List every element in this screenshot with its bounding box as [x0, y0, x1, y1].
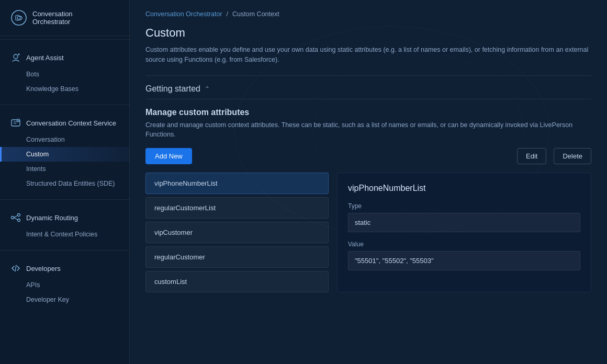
- sidebar-section-header-context[interactable]: Conversation Context Service: [0, 113, 129, 132]
- sidebar-divider: [0, 39, 129, 40]
- sidebar-item-bots[interactable]: Bots: [0, 67, 129, 82]
- getting-started-header[interactable]: Getting started ⌃: [145, 84, 591, 94]
- section-divider-1: [145, 75, 591, 76]
- agent-assist-icon: [10, 52, 21, 63]
- sidebar-item-developer-key[interactable]: Developer Key: [0, 292, 129, 307]
- sidebar-item-sde[interactable]: Structured Data Entities (SDE): [0, 176, 129, 191]
- sidebar-section-header-agent-assist[interactable]: Agent Assist: [0, 48, 129, 67]
- sidebar-section-header-routing[interactable]: Dynamic Routing: [0, 208, 129, 227]
- sidebar: Conversation Orchestrator Agent Assist B…: [0, 0, 130, 364]
- split-panel: vipPhoneNumberList regularCustomerList v…: [145, 173, 591, 292]
- sidebar-item-custom[interactable]: Custom: [0, 147, 129, 162]
- list-item-customList[interactable]: customList: [145, 271, 329, 292]
- chevron-up-icon: ⌃: [205, 85, 210, 93]
- svg-point-2: [14, 54, 18, 59]
- detail-title: vipPhoneNumberList: [348, 184, 580, 193]
- list-panel: vipPhoneNumberList regularCustomerList v…: [145, 173, 329, 292]
- page-description: Custom attributes enable you define and …: [145, 45, 591, 65]
- sidebar-item-knowledge-bases[interactable]: Knowledge Bases: [0, 82, 129, 96]
- detail-value-field: Value "55501", "55502", "55503": [348, 241, 580, 270]
- main-content: Conversation Orchestrator / Custom Conte…: [130, 0, 607, 364]
- detail-type-value: static: [348, 213, 580, 232]
- svg-point-0: [12, 10, 26, 25]
- sidebar-logo-text: Conversation Orchestrator: [32, 10, 73, 26]
- developers-icon: [10, 263, 21, 274]
- add-new-button[interactable]: Add New: [145, 148, 192, 164]
- list-item-regularCustomerList[interactable]: regularCustomerList: [145, 197, 329, 219]
- breadcrumb-link[interactable]: Conversation Orchestrator: [145, 10, 222, 18]
- routing-icon: [10, 212, 21, 223]
- toolbar-right: Edit Delete: [412, 148, 591, 164]
- sidebar-section-developers: Developers APIs Developer Key: [0, 254, 129, 312]
- page-title: Custom: [145, 26, 591, 40]
- sidebar-section-dynamic-routing: Dynamic Routing Intent & Context Policie…: [0, 203, 129, 247]
- svg-point-4: [17, 119, 20, 122]
- manage-description: Create and manage custom context attribu…: [145, 120, 591, 140]
- detail-value-label: Value: [348, 241, 580, 248]
- detail-type-label: Type: [348, 202, 580, 210]
- svg-point-1: [17, 16, 20, 19]
- toolbar: Add New Edit Delete: [145, 148, 591, 164]
- breadcrumb-current: Custom Context: [232, 10, 279, 18]
- svg-point-5: [12, 217, 14, 219]
- sidebar-section-header-developers[interactable]: Developers: [0, 259, 129, 278]
- list-item-regularCustomer[interactable]: regularCustomer: [145, 246, 329, 268]
- sidebar-item-apis[interactable]: APIs: [0, 278, 129, 292]
- list-item-vipCustomer[interactable]: vipCustomer: [145, 222, 329, 243]
- edit-button[interactable]: Edit: [517, 148, 546, 164]
- breadcrumb-separator: /: [227, 10, 228, 18]
- sidebar-divider-4: [0, 250, 129, 251]
- manage-title: Manage custom attributes: [145, 108, 591, 117]
- logo-icon: [10, 9, 27, 26]
- getting-started-label: Getting started: [145, 84, 200, 94]
- sidebar-item-conversation[interactable]: Conversation: [0, 132, 129, 147]
- section-divider-2: [145, 99, 591, 99]
- detail-type-field: Type static: [348, 202, 580, 232]
- sidebar-item-intents[interactable]: Intents: [0, 162, 129, 176]
- sidebar-divider-3: [0, 199, 129, 200]
- sidebar-item-intent-context-policies[interactable]: Intent & Context Policies: [0, 227, 129, 242]
- sidebar-divider-2: [0, 105, 129, 105]
- detail-panel: vipPhoneNumberList Type static Value "55…: [337, 173, 591, 292]
- breadcrumb: Conversation Orchestrator / Custom Conte…: [145, 10, 591, 18]
- detail-value-value: "55501", "55502", "55503": [348, 251, 580, 270]
- svg-point-7: [18, 219, 20, 222]
- delete-button[interactable]: Delete: [554, 148, 591, 164]
- list-item-vipPhoneNumberList[interactable]: vipPhoneNumberList: [145, 173, 329, 194]
- sidebar-logo: Conversation Orchestrator: [0, 0, 129, 36]
- main-inner: Conversation Orchestrator / Custom Conte…: [130, 0, 607, 303]
- sidebar-section-context-service: Conversation Context Service Conversatio…: [0, 108, 129, 196]
- context-icon: [10, 118, 21, 128]
- svg-point-6: [18, 214, 20, 217]
- sidebar-section-agent-assist: Agent Assist Bots Knowledge Bases: [0, 43, 129, 101]
